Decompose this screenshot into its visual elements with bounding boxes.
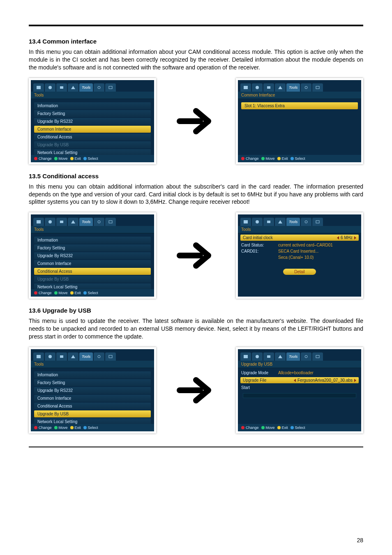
menu-conditional-access[interactable]: Conditional Access: [34, 403, 151, 410]
arrow-right-icon: [175, 105, 217, 138]
card-clock-selector[interactable]: Card initial clock 6 MHz: [240, 235, 359, 241]
card-status-label: Card Status:: [241, 243, 278, 247]
tab-icon: [275, 83, 286, 92]
yellow-dot-icon: [277, 157, 281, 160]
menu-upgrade-rs232[interactable]: Upgrade By RS232: [34, 252, 151, 259]
svg-rect-30: [244, 355, 248, 358]
arrow-right-icon: [175, 374, 217, 407]
breadcrumb: Tools: [31, 226, 154, 233]
upgrade-file-label: Upgrade File: [243, 378, 266, 382]
card01-label: CARD01:: [241, 249, 278, 253]
tab-icon: [252, 83, 263, 92]
tv-tab-bar: Tools: [238, 80, 361, 92]
menu-common-interface[interactable]: Common Interface: [34, 260, 151, 267]
svg-marker-15: [71, 220, 75, 223]
screenshot-upgrade-usb-detail: Tools Upgrade By USB Upgrade ModeAllcode…: [236, 347, 363, 433]
svg-point-19: [256, 220, 259, 223]
heading-13-4: 13.4 Common interface: [29, 38, 363, 45]
menu-common-interface[interactable]: Common Interface: [34, 126, 151, 133]
heading-13-6: 13.6 Upgrade by USB: [29, 307, 363, 314]
page-top-rule: [29, 25, 363, 26]
menu-factory-setting[interactable]: Factory Setting: [34, 110, 151, 117]
upgrade-progress-bar: 0%: [243, 393, 356, 398]
tab-icon-4: [68, 83, 78, 92]
menu-information[interactable]: Information: [34, 371, 151, 378]
svg-rect-6: [244, 86, 248, 89]
svg-marker-21: [278, 220, 282, 223]
tab-icon: [312, 83, 323, 92]
tab-icon-2: [45, 83, 55, 92]
chevron-right-icon[interactable]: [354, 236, 356, 240]
svg-rect-18: [244, 220, 248, 223]
menu-common-interface[interactable]: Common Interface: [34, 395, 151, 402]
page-bottom-rule: [29, 447, 363, 447]
green-dot-icon: [54, 157, 58, 160]
green-dot-icon: [261, 157, 265, 160]
upgrade-file-selector[interactable]: Upgrade File FergusonAriva200_07_30.abs: [240, 377, 359, 383]
svg-point-4: [98, 86, 100, 89]
svg-point-7: [256, 86, 259, 89]
ci-slot-row[interactable]: Slot 1: VIaccess Extra: [241, 102, 358, 109]
screenshot-tools-upgrade-usb: Tools Tools Information Factory Setting …: [29, 347, 156, 433]
page-number: 28: [357, 537, 363, 543]
tab-icon-6: [105, 83, 116, 92]
upgrade-mode-label: Upgrade Mode: [241, 371, 278, 375]
tab-tools-active: Tools: [286, 83, 300, 92]
upgrade-file-value: FergusonAriva200_07_30.abs: [297, 378, 353, 382]
breadcrumb: Common Interface: [238, 92, 361, 99]
menu-upgrade-rs232[interactable]: Upgrade By RS232: [34, 118, 151, 125]
svg-rect-32: [267, 355, 270, 358]
menu-information[interactable]: Information: [34, 237, 151, 244]
tab-icon: [240, 83, 251, 92]
tab-tools-active: Tools: [79, 83, 93, 92]
body-13-6: This menu is used to update the receiver…: [29, 317, 363, 341]
arrow-right-icon: [175, 239, 217, 272]
menu-factory-setting[interactable]: Factory Setting: [34, 244, 151, 251]
chevron-left-icon[interactable]: [294, 379, 296, 382]
legend-bar: Change Move Exit Select: [238, 155, 361, 162]
svg-marker-9: [278, 86, 282, 89]
svg-rect-20: [267, 221, 270, 223]
menu-upgrade-rs232[interactable]: Upgrade By RS232: [34, 387, 151, 394]
breadcrumb: Tools: [31, 361, 154, 368]
menu-factory-setting[interactable]: Factory Setting: [34, 379, 151, 386]
tab-icon-3: [56, 83, 67, 92]
chevron-right-icon[interactable]: [354, 379, 356, 382]
svg-rect-0: [37, 86, 41, 89]
svg-rect-29: [109, 355, 112, 358]
svg-marker-3: [71, 86, 75, 89]
red-dot-icon: [241, 157, 244, 160]
card01-line1: SECA Card Inserted...: [278, 249, 318, 253]
chevron-left-icon[interactable]: [337, 236, 339, 240]
svg-rect-23: [316, 221, 319, 223]
blue-dot-icon: [291, 157, 294, 160]
legend-bar: Change Move Exit Select: [31, 155, 154, 162]
tab-icon-1: [33, 83, 44, 92]
detail-button[interactable]: Detail: [283, 269, 316, 275]
card-clock-value: 6 MHz: [341, 235, 353, 240]
menu-conditional-access[interactable]: Conditional Access: [34, 268, 151, 275]
screenshot-tools-conditional-access: Tools Tools Information Factory Setting …: [29, 212, 156, 299]
menu-information[interactable]: Information: [34, 102, 151, 109]
start-label[interactable]: Start: [241, 385, 278, 390]
red-dot-icon: [34, 157, 37, 160]
screenshot-conditional-access-detail: Tools Tools Card initial clock 6 MHz Car…: [236, 212, 363, 299]
svg-rect-26: [60, 355, 63, 358]
svg-point-31: [256, 355, 259, 358]
figure-row-13-4: Tools Tools Information Factory Setting …: [29, 78, 363, 164]
svg-point-34: [305, 355, 307, 358]
screenshot-tools-common-interface: Tools Tools Information Factory Setting …: [29, 78, 156, 164]
yellow-dot-icon: [70, 157, 74, 160]
card-clock-label: Card initial clock: [243, 235, 273, 240]
svg-rect-11: [316, 86, 319, 89]
menu-upgrade-usb[interactable]: Upgrade By USB: [34, 410, 151, 417]
tv-tab-bar: Tools: [31, 80, 154, 92]
menu-upgrade-usb-disabled: Upgrade By USB: [34, 141, 151, 148]
body-13-4: In this menu you can obtain additional i…: [29, 48, 363, 71]
svg-point-10: [305, 86, 307, 89]
body-13-5: In this menu you can obtain additional i…: [29, 183, 363, 206]
figure-row-13-5: Tools Tools Information Factory Setting …: [29, 212, 363, 299]
svg-rect-17: [109, 221, 112, 223]
menu-conditional-access[interactable]: Conditional Access: [34, 134, 151, 140]
menu-upgrade-usb-disabled: Upgrade By USB: [34, 276, 151, 283]
